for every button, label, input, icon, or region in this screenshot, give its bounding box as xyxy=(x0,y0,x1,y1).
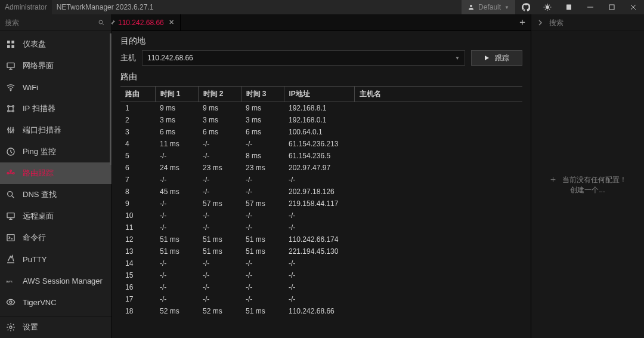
table-row[interactable]: 9-/-57 ms57 ms219.158.44.117 xyxy=(120,198,522,210)
table-cell: -/- xyxy=(155,269,198,281)
host-input[interactable]: 110.242.68.66 ▼ xyxy=(142,50,465,66)
sidebar-item-putty[interactable]: PuTTY xyxy=(0,248,112,270)
profile-selector[interactable]: Default ▼ xyxy=(462,0,515,14)
table-cell: 52 ms xyxy=(198,305,241,317)
table-cell: 3 xyxy=(120,126,155,138)
table-row[interactable]: 15-/--/--/--/- xyxy=(120,269,522,281)
chevron-right-icon[interactable] xyxy=(535,20,546,26)
svg-point-20 xyxy=(13,173,14,174)
sidebar-item-cmd[interactable]: 命令行 xyxy=(0,227,112,248)
close-button[interactable] xyxy=(623,0,644,14)
sidebar-item-rdp[interactable]: 远程桌面 xyxy=(0,205,112,227)
col-header[interactable]: IP地址 xyxy=(284,87,354,102)
host-label: 主机 xyxy=(120,53,136,63)
table-cell: 192.168.0.1 xyxy=(284,114,354,126)
empty-line2: 创建一个... xyxy=(570,186,605,194)
table-row[interactable]: 36 ms6 ms6 ms100.64.0.1 xyxy=(120,126,522,138)
table-cell: 8 xyxy=(120,186,155,198)
sidebar-item-wifi[interactable]: WiFi xyxy=(0,76,112,98)
table-row[interactable]: 1351 ms51 ms51 ms221.194.45.130 xyxy=(120,245,522,257)
table-cell xyxy=(354,186,522,198)
sidebar-item-label: Ping 监控 xyxy=(23,146,56,157)
sidebar-item-aws[interactable]: awsAWS Session Manager xyxy=(0,270,112,291)
search-icon[interactable] xyxy=(95,19,107,26)
dashboard-icon xyxy=(6,39,17,49)
ping-icon xyxy=(6,147,17,156)
bug-icon[interactable] xyxy=(537,0,558,14)
sidebar-item-label: 路由跟踪 xyxy=(23,168,54,179)
chevron-down-icon: ▼ xyxy=(504,5,509,10)
table-row[interactable]: 624 ms23 ms23 ms202.97.47.97 xyxy=(120,162,522,174)
profiles-empty-state[interactable]: ＋ 当前没有任何配置！ 创建一个... xyxy=(531,31,644,338)
table-cell xyxy=(354,126,522,138)
table-row[interactable]: 1251 ms51 ms51 ms110.242.66.174 xyxy=(120,233,522,245)
minimize-button[interactable] xyxy=(580,0,601,14)
table-row[interactable]: 17-/--/--/--/- xyxy=(120,293,522,305)
docs-icon[interactable] xyxy=(558,0,580,14)
run-trace-button[interactable]: 跟踪 xyxy=(471,50,522,66)
sidebar-item-trace[interactable]: 路由跟踪 xyxy=(0,162,112,184)
table-row[interactable]: 7-/--/--/--/- xyxy=(120,174,522,186)
table-cell: 52 ms xyxy=(155,305,198,317)
table-cell: 8 ms xyxy=(241,150,284,162)
table-cell: 11 xyxy=(120,222,155,233)
tab-active[interactable]: 110.242.68.66 ✕ xyxy=(112,14,181,30)
table-row[interactable]: 11-/--/--/--/- xyxy=(120,222,522,233)
table-row[interactable]: 19 ms9 ms9 ms192.168.8.1 xyxy=(120,102,522,115)
sidebar-search-input[interactable] xyxy=(4,18,95,27)
sidebar-item-settings[interactable]: 设置 xyxy=(0,317,112,338)
sidebar-item-webcon[interactable]: Web 控制台 xyxy=(0,313,112,316)
table-row[interactable]: 845 ms-/--/-202.97.18.126 xyxy=(120,186,522,198)
svg-point-12 xyxy=(13,106,14,107)
tab-close-icon[interactable]: ✕ xyxy=(169,19,174,26)
dns-icon xyxy=(6,190,17,199)
app-title: NETworkManager 2023.6.27.1 xyxy=(52,0,159,14)
table-cell xyxy=(354,281,522,293)
table-cell: -/- xyxy=(284,293,354,305)
maximize-button[interactable] xyxy=(601,0,623,14)
table-row[interactable]: 411 ms-/--/-61.154.236.213 xyxy=(120,138,522,150)
col-header[interactable]: 路由 xyxy=(120,87,155,102)
table-row[interactable]: 1852 ms52 ms51 ms110.242.68.66 xyxy=(120,305,522,317)
table-cell: -/- xyxy=(284,269,354,281)
table-cell: -/- xyxy=(241,186,284,198)
sidebar-item-ipscan[interactable]: IP 扫描器 xyxy=(0,98,112,119)
col-header[interactable]: 时间 2 xyxy=(198,87,241,102)
table-row[interactable]: 10-/--/--/--/- xyxy=(120,210,522,222)
sidebar-item-label: 命令行 xyxy=(23,232,46,243)
svg-point-4 xyxy=(99,20,103,24)
sidebar-item-vnc[interactable]: TigerVNC xyxy=(0,291,112,313)
sidebar-item-ping[interactable]: Ping 监控 xyxy=(0,141,112,162)
table-cell xyxy=(354,257,522,269)
col-header[interactable]: 时间 1 xyxy=(155,87,198,102)
table-cell: -/- xyxy=(155,222,198,233)
profiles-search-input[interactable] xyxy=(548,18,640,27)
admin-badge: Administrator xyxy=(0,0,52,14)
table-cell: 13 xyxy=(120,245,155,257)
pin-icon[interactable] xyxy=(107,19,119,26)
scrollbar-thumb[interactable] xyxy=(110,33,112,165)
col-header[interactable]: 时间 3 xyxy=(241,87,284,102)
sidebar-item-dashboard[interactable]: 仪表盘 xyxy=(0,33,112,55)
destination-title: 目的地 xyxy=(120,36,522,47)
netif-icon xyxy=(6,61,17,70)
sidebar-item-dns[interactable]: DNS 查找 xyxy=(0,184,112,205)
add-tab-button[interactable]: ＋ xyxy=(514,14,531,30)
play-icon xyxy=(485,56,489,60)
col-header[interactable]: 主机名 xyxy=(354,87,522,102)
sidebar-item-portscan[interactable]: 端口扫描器 xyxy=(0,119,112,141)
chevron-down-icon[interactable]: ▼ xyxy=(455,56,460,61)
table-row[interactable]: 5-/--/-8 ms61.154.236.5 xyxy=(120,150,522,162)
table-row[interactable]: 14-/--/--/--/- xyxy=(120,257,522,269)
svg-point-15 xyxy=(8,128,10,130)
run-label: 跟踪 xyxy=(495,53,509,63)
table-row[interactable]: 23 ms3 ms3 ms192.168.0.1 xyxy=(120,114,522,126)
svg-text:aws: aws xyxy=(6,279,13,283)
sidebar-item-netif[interactable]: 网络界面 xyxy=(0,55,112,76)
table-cell: 9 xyxy=(120,198,155,210)
svg-point-1 xyxy=(546,5,549,9)
table-cell xyxy=(354,210,522,222)
table-row[interactable]: 16-/--/--/--/- xyxy=(120,281,522,293)
table-cell: 11 ms xyxy=(155,138,198,150)
github-icon[interactable] xyxy=(515,0,537,14)
